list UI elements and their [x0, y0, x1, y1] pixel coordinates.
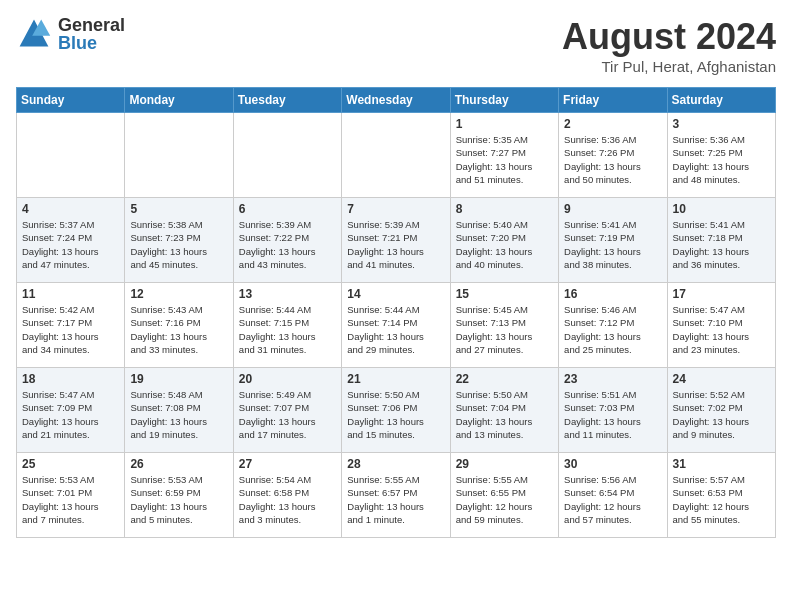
calendar-week-row: 11Sunrise: 5:42 AM Sunset: 7:17 PM Dayli… [17, 283, 776, 368]
day-info: Sunrise: 5:57 AM Sunset: 6:53 PM Dayligh… [673, 473, 770, 526]
day-info: Sunrise: 5:50 AM Sunset: 7:06 PM Dayligh… [347, 388, 444, 441]
day-number: 17 [673, 287, 770, 301]
calendar-week-row: 1Sunrise: 5:35 AM Sunset: 7:27 PM Daylig… [17, 113, 776, 198]
day-number: 22 [456, 372, 553, 386]
day-info: Sunrise: 5:53 AM Sunset: 7:01 PM Dayligh… [22, 473, 119, 526]
calendar-cell: 16Sunrise: 5:46 AM Sunset: 7:12 PM Dayli… [559, 283, 667, 368]
day-info: Sunrise: 5:46 AM Sunset: 7:12 PM Dayligh… [564, 303, 661, 356]
calendar-cell: 14Sunrise: 5:44 AM Sunset: 7:14 PM Dayli… [342, 283, 450, 368]
calendar-cell: 13Sunrise: 5:44 AM Sunset: 7:15 PM Dayli… [233, 283, 341, 368]
calendar-cell: 11Sunrise: 5:42 AM Sunset: 7:17 PM Dayli… [17, 283, 125, 368]
calendar-cell: 19Sunrise: 5:48 AM Sunset: 7:08 PM Dayli… [125, 368, 233, 453]
calendar-cell: 3Sunrise: 5:36 AM Sunset: 7:25 PM Daylig… [667, 113, 775, 198]
day-info: Sunrise: 5:52 AM Sunset: 7:02 PM Dayligh… [673, 388, 770, 441]
calendar-cell: 5Sunrise: 5:38 AM Sunset: 7:23 PM Daylig… [125, 198, 233, 283]
header-day-saturday: Saturday [667, 88, 775, 113]
day-info: Sunrise: 5:44 AM Sunset: 7:15 PM Dayligh… [239, 303, 336, 356]
day-info: Sunrise: 5:39 AM Sunset: 7:21 PM Dayligh… [347, 218, 444, 271]
logo-text: General Blue [58, 16, 125, 52]
day-info: Sunrise: 5:47 AM Sunset: 7:10 PM Dayligh… [673, 303, 770, 356]
day-info: Sunrise: 5:42 AM Sunset: 7:17 PM Dayligh… [22, 303, 119, 356]
calendar-cell: 25Sunrise: 5:53 AM Sunset: 7:01 PM Dayli… [17, 453, 125, 538]
calendar-cell: 8Sunrise: 5:40 AM Sunset: 7:20 PM Daylig… [450, 198, 558, 283]
day-info: Sunrise: 5:54 AM Sunset: 6:58 PM Dayligh… [239, 473, 336, 526]
logo-general: General [58, 16, 125, 34]
day-number: 12 [130, 287, 227, 301]
calendar-cell: 26Sunrise: 5:53 AM Sunset: 6:59 PM Dayli… [125, 453, 233, 538]
day-number: 24 [673, 372, 770, 386]
day-number: 15 [456, 287, 553, 301]
calendar-cell: 23Sunrise: 5:51 AM Sunset: 7:03 PM Dayli… [559, 368, 667, 453]
header-day-thursday: Thursday [450, 88, 558, 113]
day-number: 2 [564, 117, 661, 131]
day-number: 16 [564, 287, 661, 301]
calendar-cell: 9Sunrise: 5:41 AM Sunset: 7:19 PM Daylig… [559, 198, 667, 283]
day-info: Sunrise: 5:39 AM Sunset: 7:22 PM Dayligh… [239, 218, 336, 271]
calendar-cell [17, 113, 125, 198]
calendar-cell: 4Sunrise: 5:37 AM Sunset: 7:24 PM Daylig… [17, 198, 125, 283]
day-info: Sunrise: 5:36 AM Sunset: 7:25 PM Dayligh… [673, 133, 770, 186]
day-number: 14 [347, 287, 444, 301]
page-header: General Blue August 2024 Tir Pul, Herat,… [16, 16, 776, 75]
month-year-title: August 2024 [562, 16, 776, 58]
day-info: Sunrise: 5:49 AM Sunset: 7:07 PM Dayligh… [239, 388, 336, 441]
day-info: Sunrise: 5:50 AM Sunset: 7:04 PM Dayligh… [456, 388, 553, 441]
day-info: Sunrise: 5:55 AM Sunset: 6:57 PM Dayligh… [347, 473, 444, 526]
day-info: Sunrise: 5:37 AM Sunset: 7:24 PM Dayligh… [22, 218, 119, 271]
title-block: August 2024 Tir Pul, Herat, Afghanistan [562, 16, 776, 75]
calendar-cell: 1Sunrise: 5:35 AM Sunset: 7:27 PM Daylig… [450, 113, 558, 198]
calendar-table: SundayMondayTuesdayWednesdayThursdayFrid… [16, 87, 776, 538]
day-info: Sunrise: 5:44 AM Sunset: 7:14 PM Dayligh… [347, 303, 444, 356]
day-info: Sunrise: 5:47 AM Sunset: 7:09 PM Dayligh… [22, 388, 119, 441]
location-subtitle: Tir Pul, Herat, Afghanistan [562, 58, 776, 75]
day-number: 5 [130, 202, 227, 216]
day-number: 18 [22, 372, 119, 386]
header-day-wednesday: Wednesday [342, 88, 450, 113]
day-info: Sunrise: 5:45 AM Sunset: 7:13 PM Dayligh… [456, 303, 553, 356]
day-number: 20 [239, 372, 336, 386]
calendar-cell: 30Sunrise: 5:56 AM Sunset: 6:54 PM Dayli… [559, 453, 667, 538]
calendar-cell: 28Sunrise: 5:55 AM Sunset: 6:57 PM Dayli… [342, 453, 450, 538]
logo-icon [16, 16, 52, 52]
calendar-week-row: 4Sunrise: 5:37 AM Sunset: 7:24 PM Daylig… [17, 198, 776, 283]
calendar-cell: 15Sunrise: 5:45 AM Sunset: 7:13 PM Dayli… [450, 283, 558, 368]
day-number: 1 [456, 117, 553, 131]
calendar-cell [342, 113, 450, 198]
calendar-header-row: SundayMondayTuesdayWednesdayThursdayFrid… [17, 88, 776, 113]
calendar-cell: 21Sunrise: 5:50 AM Sunset: 7:06 PM Dayli… [342, 368, 450, 453]
day-number: 8 [456, 202, 553, 216]
day-number: 23 [564, 372, 661, 386]
calendar-cell: 10Sunrise: 5:41 AM Sunset: 7:18 PM Dayli… [667, 198, 775, 283]
day-info: Sunrise: 5:41 AM Sunset: 7:18 PM Dayligh… [673, 218, 770, 271]
day-number: 6 [239, 202, 336, 216]
day-number: 25 [22, 457, 119, 471]
day-number: 29 [456, 457, 553, 471]
day-info: Sunrise: 5:51 AM Sunset: 7:03 PM Dayligh… [564, 388, 661, 441]
logo: General Blue [16, 16, 125, 52]
calendar-week-row: 18Sunrise: 5:47 AM Sunset: 7:09 PM Dayli… [17, 368, 776, 453]
logo-blue: Blue [58, 34, 125, 52]
calendar-cell [125, 113, 233, 198]
day-number: 4 [22, 202, 119, 216]
day-info: Sunrise: 5:36 AM Sunset: 7:26 PM Dayligh… [564, 133, 661, 186]
day-number: 19 [130, 372, 227, 386]
calendar-cell: 7Sunrise: 5:39 AM Sunset: 7:21 PM Daylig… [342, 198, 450, 283]
day-number: 30 [564, 457, 661, 471]
calendar-cell: 20Sunrise: 5:49 AM Sunset: 7:07 PM Dayli… [233, 368, 341, 453]
day-info: Sunrise: 5:43 AM Sunset: 7:16 PM Dayligh… [130, 303, 227, 356]
calendar-cell: 22Sunrise: 5:50 AM Sunset: 7:04 PM Dayli… [450, 368, 558, 453]
day-number: 11 [22, 287, 119, 301]
header-day-sunday: Sunday [17, 88, 125, 113]
day-number: 13 [239, 287, 336, 301]
day-info: Sunrise: 5:35 AM Sunset: 7:27 PM Dayligh… [456, 133, 553, 186]
calendar-cell: 29Sunrise: 5:55 AM Sunset: 6:55 PM Dayli… [450, 453, 558, 538]
calendar-cell: 18Sunrise: 5:47 AM Sunset: 7:09 PM Dayli… [17, 368, 125, 453]
day-number: 28 [347, 457, 444, 471]
calendar-cell: 12Sunrise: 5:43 AM Sunset: 7:16 PM Dayli… [125, 283, 233, 368]
day-number: 10 [673, 202, 770, 216]
calendar-week-row: 25Sunrise: 5:53 AM Sunset: 7:01 PM Dayli… [17, 453, 776, 538]
day-info: Sunrise: 5:41 AM Sunset: 7:19 PM Dayligh… [564, 218, 661, 271]
calendar-cell [233, 113, 341, 198]
header-day-tuesday: Tuesday [233, 88, 341, 113]
calendar-cell: 17Sunrise: 5:47 AM Sunset: 7:10 PM Dayli… [667, 283, 775, 368]
